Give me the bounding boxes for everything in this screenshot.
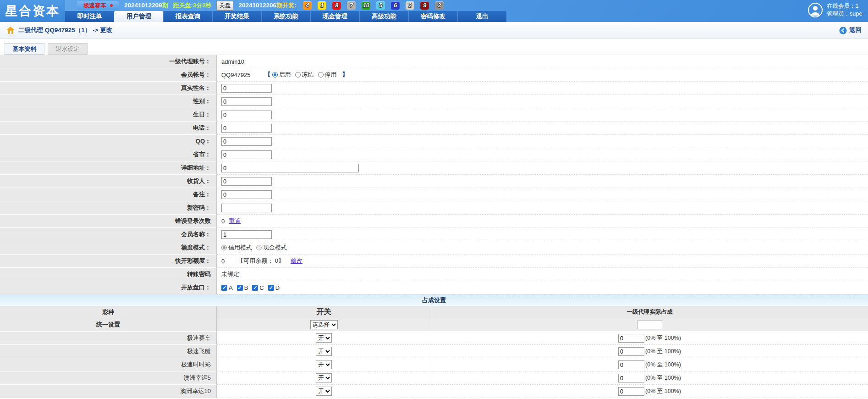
back-button[interactable]: 返回: [839, 26, 862, 34]
result-ball: 8: [332, 1, 341, 10]
nav-item-开奖结果[interactable]: 开奖结果: [212, 11, 261, 22]
game-switch-select[interactable]: 开: [316, 333, 332, 343]
field-value-phone: [217, 122, 868, 135]
field-label-birthday: 生日：: [0, 108, 217, 122]
tab-rebate-settings[interactable]: 退水设定: [48, 43, 88, 55]
gender-input[interactable]: [221, 97, 272, 106]
game-share-input[interactable]: [618, 347, 644, 356]
game-row-极速飞艇: 极速飞艇开(0% 至 100%): [0, 345, 868, 358]
checkbox-plate-C[interactable]: ✓: [252, 285, 258, 291]
form-row-member-name: 会员名称：: [0, 228, 868, 241]
unified-switch-select[interactable]: 请选择: [310, 320, 338, 329]
quick-lottery-quota-balance: 【可用余额： 0】: [237, 257, 284, 265]
game-name: 澳洲幸运5: [0, 371, 217, 385]
bracket-close: 】: [342, 71, 348, 78]
game-selector[interactable]: 极速赛车: [77, 1, 119, 10]
game-share-input[interactable]: [618, 334, 644, 343]
game-row-澳洲幸运5: 澳洲幸运5开(0% 至 100%): [0, 371, 868, 385]
form-row-new-password: 新密码：: [0, 201, 868, 215]
game-share-input[interactable]: [618, 360, 644, 369]
field-value-parent-agent-account: admin10: [217, 55, 868, 68]
game-share-cell: (0% 至 100%): [431, 385, 868, 398]
game-switch-select[interactable]: 开: [316, 387, 332, 396]
nav-item-退出[interactable]: 退出: [457, 11, 506, 22]
new-password-input[interactable]: [221, 204, 272, 212]
real-name-input[interactable]: [221, 84, 272, 93]
login-errors-reset-link[interactable]: 重置: [229, 217, 241, 225]
radio-button: [221, 245, 227, 250]
game-switch-cell: 开: [217, 385, 431, 398]
header-agent-share: 一级代理实际占成: [431, 306, 868, 318]
period-suffix: 期: [162, 2, 168, 9]
result-ball: 10: [362, 1, 370, 10]
game-switch-cell: 开: [217, 371, 431, 385]
game-share-input[interactable]: [618, 387, 644, 396]
nav-item-报表查询[interactable]: 报表查询: [163, 11, 212, 22]
game-share-cell: (0% 至 100%): [431, 371, 868, 385]
result-balls: 41871056293: [303, 1, 444, 10]
checkbox-label-A: A: [229, 284, 233, 291]
form-row-parent-agent-account: 一级代理账号：admin10: [0, 55, 868, 68]
field-label-new-password: 新密码：: [0, 201, 217, 215]
game-name: 澳洲幸运10: [0, 385, 217, 398]
radio-button[interactable]: [272, 72, 278, 78]
form-row-province-city: 省市：: [0, 148, 868, 161]
phone-input[interactable]: [221, 124, 272, 133]
address-input[interactable]: [221, 164, 359, 172]
province-city-input[interactable]: [221, 150, 272, 159]
nav-item-即时注单[interactable]: 即时注单: [65, 11, 114, 22]
form-row-consignee: 收货人：: [0, 175, 868, 188]
radio-button: [256, 245, 262, 250]
game-switch-select[interactable]: 开: [316, 347, 332, 356]
qq-input[interactable]: [221, 137, 272, 146]
field-label-phone: 电话：: [0, 122, 217, 135]
game-name: 极速赛车: [0, 332, 217, 345]
checkbox-label-C: C: [259, 284, 264, 291]
nav-item-现金管理[interactable]: 现金管理: [310, 11, 359, 22]
checkbox-plate-A[interactable]: ✓: [221, 285, 227, 291]
record-dot-icon: [110, 4, 113, 7]
consignee-input[interactable]: [221, 177, 272, 186]
game-switch-select[interactable]: 开: [316, 360, 332, 369]
game-share-input[interactable]: [618, 374, 644, 382]
game-share-cell: (0% 至 100%): [431, 345, 868, 358]
detail-tabs: 基本资料 退水设定: [0, 39, 868, 55]
checkbox-plate-D[interactable]: ✓: [268, 285, 274, 291]
back-arrow-icon: [839, 27, 847, 34]
unified-share-input[interactable]: [637, 321, 662, 329]
field-value-member-name: [217, 228, 868, 241]
field-value-credit-mode: 信用模式现金模式: [217, 241, 868, 255]
close-plate-button[interactable]: 关盘: [216, 1, 233, 11]
quick-lottery-quota-modify-link[interactable]: 修改: [291, 257, 302, 265]
radio-button[interactable]: [318, 72, 324, 78]
radio-label-现金模式: 现金模式: [263, 244, 287, 252]
field-label-gender: 性别：: [0, 95, 217, 108]
nav-item-密码修改[interactable]: 密码修改: [408, 11, 457, 22]
nav-item-高级功能[interactable]: 高级功能: [359, 11, 408, 22]
form-row-member-account: 会员帐号：QQ947925【启用冻结停用】: [0, 68, 868, 82]
share-range-hint: (0% 至 100%): [645, 334, 681, 342]
radio-label-冻结: 冻结: [302, 71, 314, 78]
breadcrumb: 二级代理 QQ947925（1） -> 更改: [18, 26, 112, 34]
unified-switch-cell: 请选择: [217, 318, 431, 332]
checkbox-plate-B[interactable]: ✓: [237, 285, 243, 291]
unified-settings-label: 统一设置: [0, 318, 217, 332]
birthday-input[interactable]: [221, 111, 272, 119]
member-name-input[interactable]: [221, 230, 272, 239]
field-value-new-password: [217, 201, 868, 215]
lottery-ticker: 极速赛车 20241012209期 距关盘:3分2秒 关盘 2024101220…: [77, 0, 444, 11]
form-row-gender: 性别：: [0, 95, 868, 108]
remark-input[interactable]: [221, 190, 272, 199]
field-label-remark: 备注：: [0, 188, 217, 201]
nav-item-系统功能[interactable]: 系统功能: [261, 11, 310, 22]
field-value-quick-lottery-quota: 0【可用余额： 0】修改: [217, 255, 868, 268]
radio-button[interactable]: [295, 72, 301, 78]
game-switch-select[interactable]: 开: [316, 373, 332, 382]
form-row-phone: 电话：: [0, 122, 868, 135]
field-value-birthday: [217, 108, 868, 122]
form-row-birthday: 生日：: [0, 108, 868, 122]
radio-label-停用: 停用: [325, 71, 337, 78]
online-members: 在线会员：1: [827, 2, 867, 10]
nav-item-用户管理[interactable]: 用户管理: [114, 11, 163, 22]
tab-basic-info[interactable]: 基本资料: [5, 43, 44, 55]
